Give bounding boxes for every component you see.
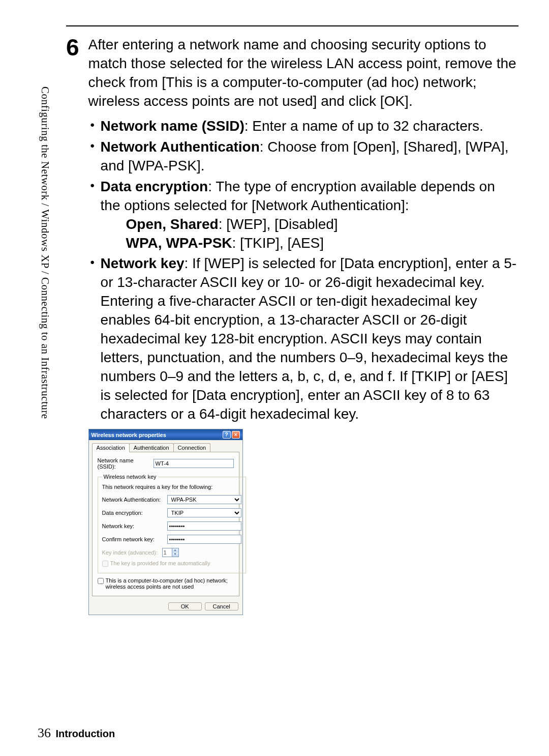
page-footer: 36 Introduction (38, 725, 115, 741)
key-label: Network key: (102, 523, 167, 529)
bullet-label: Data encryption (101, 179, 208, 194)
bullet-ssid: Network name (SSID): Enter a name of up … (88, 117, 518, 136)
autokey-label: The key is provided for me automatically (110, 560, 210, 566)
auth-label: Network Authentication: (102, 497, 167, 503)
bullet-text: : Enter a name of up to 32 characters. (245, 118, 483, 134)
tab-connection[interactable]: Connection (173, 443, 211, 452)
fieldset-legend: Wireless network key (102, 474, 158, 480)
step-intro: After entering a network name and choosi… (88, 36, 518, 111)
key-input[interactable] (167, 521, 241, 531)
ssid-input[interactable] (154, 459, 234, 468)
wireless-properties-dialog: Wireless network properties ? × Associat… (88, 429, 243, 615)
tab-authentication[interactable]: Authentication (129, 443, 174, 452)
adhoc-label: This is a computer-to-computer (ad hoc) … (106, 577, 234, 590)
chevron-up-icon: ▲ (172, 548, 178, 553)
dialog-tabs: Association Authentication Connection (89, 440, 242, 452)
fieldset-text: This network requires a key for the foll… (102, 484, 241, 490)
bullet-text: : If [WEP] is selected for [Data encrypt… (101, 255, 517, 422)
page-number: 36 (38, 725, 51, 740)
step-6-block: 6 After entering a network name and choo… (66, 36, 518, 615)
sub-text: : [WEP], [Disabled] (219, 216, 338, 232)
section-name: Introduction (56, 728, 115, 739)
wireless-key-fieldset: Wireless network key This network requir… (98, 474, 246, 573)
dialog-titlebar: Wireless network properties ? × (89, 429, 242, 440)
help-icon[interactable]: ? (223, 431, 231, 439)
sub-label: WPA, WPA-PSK (126, 235, 232, 251)
close-icon[interactable]: × (232, 431, 240, 439)
step-number: 6 (66, 36, 79, 59)
sidebar-vertical-text: Configuring the Network / Windows XP / C… (39, 86, 51, 419)
autokey-checkbox (102, 561, 108, 567)
bullet-encryption: Data encryption: The type of encryption … (88, 178, 518, 253)
ssid-label: Network name (SSID): (98, 457, 154, 470)
bullet-network-key: Network key: If [WEP] is selected for [D… (88, 254, 518, 424)
cancel-button[interactable]: Cancel (205, 602, 238, 610)
enc-label: Data encryption: (102, 510, 167, 516)
bullet-label: Network key (101, 255, 185, 271)
dialog-title: Wireless network properties (92, 432, 166, 438)
keyindex-input (163, 548, 172, 557)
confirm-key-label: Confirm network key: (102, 536, 167, 542)
bullet-label: Network Authentication (101, 139, 260, 155)
confirm-key-input[interactable] (167, 535, 241, 544)
adhoc-checkbox[interactable] (98, 578, 104, 584)
tab-pane-association: Network name (SSID): Wireless network ke… (92, 452, 239, 596)
enc-select[interactable]: TKIP (167, 508, 241, 517)
header-rule (66, 25, 518, 26)
chevron-down-icon: ▼ (172, 553, 178, 557)
keyindex-label: Key index (advanced): (102, 549, 162, 556)
ok-button[interactable]: OK (168, 602, 202, 610)
keyindex-stepper: ▲ ▼ (162, 548, 179, 557)
auth-select[interactable]: WPA-PSK (167, 495, 241, 504)
bullet-label: Network name (SSID) (101, 118, 245, 134)
bullet-auth: Network Authentication: Choose from [Ope… (88, 138, 518, 176)
sub-text: : [TKIP], [AES] (232, 235, 324, 251)
tab-association[interactable]: Association (92, 443, 130, 452)
sub-label: Open, Shared (126, 216, 219, 232)
